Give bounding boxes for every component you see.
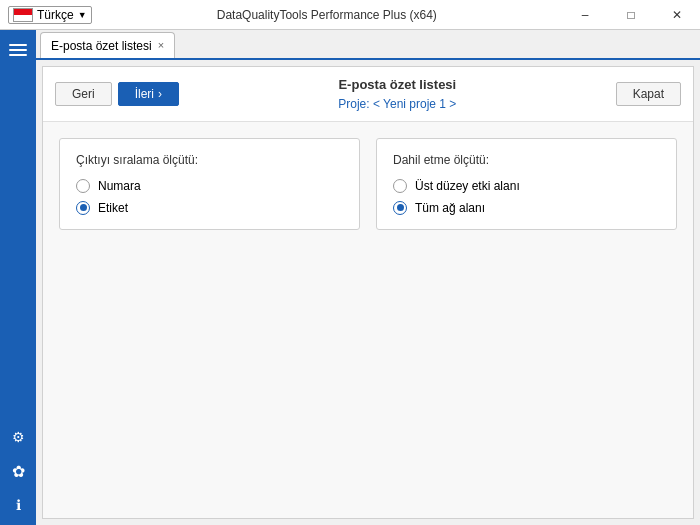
sort-numara-label: Numara	[98, 179, 141, 193]
include-panel-title: Dahil etme ölçütü:	[393, 153, 660, 167]
refresh-button[interactable]: ✿	[4, 457, 32, 485]
hamburger-icon	[9, 49, 27, 51]
forward-button[interactable]: İleri ›	[118, 82, 179, 106]
sidebar-menu-button[interactable]	[4, 38, 32, 62]
radio-etiket[interactable]	[76, 201, 90, 215]
settings-button[interactable]: ⚙	[4, 423, 32, 451]
content-area: E-posta özet listesi × Geri İleri › E-po…	[36, 30, 700, 525]
tab-label: E-posta özet listesi	[51, 39, 152, 53]
page-title: E-posta özet listesi	[338, 75, 456, 95]
info-button[interactable]: ℹ	[4, 491, 32, 519]
include-option-tum[interactable]: Tüm ağ alanı	[393, 201, 660, 215]
language-label: Türkçe	[37, 8, 74, 22]
radio-numara[interactable]	[76, 179, 90, 193]
title-bar: Türkçe ▼ DataQualityTools Performance Pl…	[0, 0, 700, 30]
sidebar: ⚙ ✿ ℹ	[0, 30, 36, 525]
page-subtitle: Proje: < Yeni proje 1 >	[338, 95, 456, 113]
page-title-area: E-posta özet listesi Proje: < Yeni proje…	[338, 75, 456, 113]
page-nav-buttons: Geri İleri ›	[55, 82, 179, 106]
include-tum-label: Tüm ağ alanı	[415, 201, 485, 215]
radio-ust[interactable]	[393, 179, 407, 193]
page-content: Çıktıyı sıralama ölçütü: Numara Etiket	[43, 122, 693, 519]
back-button[interactable]: Geri	[55, 82, 112, 106]
flag-icon	[13, 8, 33, 22]
window-controls: – □ ✕	[562, 0, 700, 30]
sort-options-panel: Çıktıyı sıralama ölçütü: Numara Etiket	[59, 138, 360, 230]
app-title: DataQualityTools Performance Plus (x64)	[92, 8, 562, 22]
radio-tum[interactable]	[393, 201, 407, 215]
tab-email-list[interactable]: E-posta özet listesi ×	[40, 32, 175, 58]
sort-option-etiket[interactable]: Etiket	[76, 201, 343, 215]
include-radio-group: Üst düzey etki alanı Tüm ağ alanı	[393, 179, 660, 215]
include-ust-label: Üst düzey etki alanı	[415, 179, 520, 193]
page-container: Geri İleri › E-posta özet listesi Proje:…	[42, 66, 694, 519]
sort-radio-group: Numara Etiket	[76, 179, 343, 215]
app-body: ⚙ ✿ ℹ E-posta özet listesi × Geri İleri	[0, 30, 700, 525]
settings-icon: ⚙	[12, 429, 25, 445]
sort-etiket-label: Etiket	[98, 201, 128, 215]
language-selector[interactable]: Türkçe ▼	[8, 6, 92, 24]
info-icon: ℹ	[16, 497, 21, 513]
maximize-button[interactable]: □	[608, 0, 654, 30]
options-row: Çıktıyı sıralama ölçütü: Numara Etiket	[59, 138, 677, 230]
forward-arrow-icon: ›	[158, 87, 162, 101]
include-options-panel: Dahil etme ölçütü: Üst düzey etki alanı …	[376, 138, 677, 230]
sort-panel-title: Çıktıyı sıralama ölçütü:	[76, 153, 343, 167]
window-close-button[interactable]: ✕	[654, 0, 700, 30]
tab-bar: E-posta özet listesi ×	[36, 30, 700, 60]
refresh-icon: ✿	[12, 462, 25, 481]
forward-label: İleri	[135, 87, 154, 101]
include-option-ust[interactable]: Üst düzey etki alanı	[393, 179, 660, 193]
hamburger-icon	[9, 44, 27, 46]
title-bar-left: Türkçe ▼	[8, 6, 92, 24]
close-button[interactable]: Kapat	[616, 82, 681, 106]
sort-option-numara[interactable]: Numara	[76, 179, 343, 193]
minimize-button[interactable]: –	[562, 0, 608, 30]
tab-close-icon[interactable]: ×	[158, 40, 164, 51]
chevron-down-icon: ▼	[78, 10, 87, 20]
page-header: Geri İleri › E-posta özet listesi Proje:…	[43, 67, 693, 122]
hamburger-icon	[9, 54, 27, 56]
